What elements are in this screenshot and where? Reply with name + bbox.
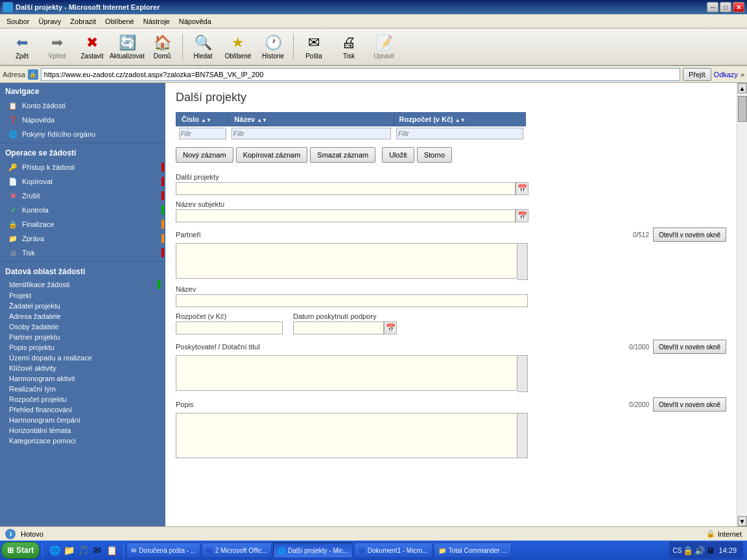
kontrola-icon: ✓: [8, 205, 18, 215]
sidebar-subitem-rozpocet[interactable]: Rozpočet projektu: [0, 394, 165, 404]
quick-mail-icon[interactable]: ✉: [91, 544, 104, 557]
nazev-subjektu-calendar-btn[interactable]: 📅: [516, 209, 528, 222]
menu-napoveda[interactable]: Nápověda: [175, 16, 215, 27]
zprava-icon: 📁: [8, 233, 18, 244]
taskbar-item-commander[interactable]: 📁 Total Commander ...: [434, 542, 512, 558]
partneri-scrollbar[interactable]: [517, 243, 528, 280]
filter-nazev[interactable]: [231, 128, 391, 139]
forward-button[interactable]: ➡ Vpřed: [40, 30, 74, 63]
kontrola-indicator: [161, 205, 164, 215]
quick-misc-icon[interactable]: 📋: [105, 544, 118, 557]
menu-nastroje[interactable]: Nástroje: [139, 16, 174, 27]
search-button[interactable]: 🔍 Hledat: [186, 30, 220, 63]
popis-textarea[interactable]: [176, 413, 517, 458]
popis-scrollbar[interactable]: [517, 413, 528, 458]
sidebar-item-tisk[interactable]: 🖨 Tisk: [0, 246, 165, 260]
delete-record-button[interactable]: Smazat záznam: [310, 147, 375, 163]
save-button[interactable]: Uložit: [382, 147, 414, 163]
minimize-button[interactable]: ─: [707, 2, 718, 12]
menu-zobrazit[interactable]: Zobrazit: [66, 16, 100, 27]
dalsi-projekty-input[interactable]: [176, 182, 516, 195]
popis-open-btn[interactable]: Otevřít v novém okně: [653, 397, 726, 412]
cancel-button[interactable]: Storno: [417, 147, 452, 163]
home-button[interactable]: 🏠 Domů: [145, 30, 179, 63]
datum-calendar-btn[interactable]: 📅: [384, 321, 397, 334]
favorites-button[interactable]: ★ Oblíbené: [221, 30, 255, 63]
sidebar-item-kopirovat[interactable]: 📄 Kopírovat: [0, 174, 165, 189]
go-button[interactable]: Přejít: [683, 68, 711, 81]
address-input[interactable]: [41, 68, 680, 81]
sidebar-subitem-aktivity[interactable]: Klíčové aktivity: [0, 363, 165, 373]
partneri-textarea[interactable]: [176, 243, 517, 279]
close-button[interactable]: ✕: [733, 2, 744, 12]
sort-icons-rozpocet[interactable]: ▲▼: [455, 117, 466, 123]
quick-media-icon[interactable]: 🎵: [77, 544, 89, 557]
sidebar-subitem-uzemi[interactable]: Území dopadu a realizace: [0, 353, 165, 363]
sidebar-subitem-realizacni[interactable]: Realizační tým: [0, 384, 165, 394]
poskytovatel-open-btn[interactable]: Otevřít v novém okně: [653, 340, 726, 354]
filter-rozpocet[interactable]: [396, 128, 523, 139]
sidebar-item-konto[interactable]: 📋 Konto žádostí: [0, 99, 165, 113]
sidebar-item-kontrola[interactable]: ✓ Kontrola: [0, 203, 165, 217]
sidebar-subitem-harmonogram[interactable]: Harmonogram aktivit: [0, 373, 165, 384]
taskbar-item-dalsi[interactable]: 🌐 Další projekty - Mic...: [273, 542, 353, 558]
sidebar-subitem-zadatel[interactable]: Žadatel projektu: [0, 301, 165, 311]
poskytovatel-textarea[interactable]: [176, 355, 517, 391]
sidebar-subitem-kategorizace[interactable]: Kategorizace pomoci: [0, 436, 165, 446]
scroll-thumb[interactable]: [738, 96, 747, 122]
partneri-open-btn[interactable]: Otevřít v novém okně: [653, 228, 726, 242]
menu-oblibene[interactable]: Oblíbené: [101, 16, 138, 27]
sidebar-subitem-partner[interactable]: Partner projektu: [0, 332, 165, 342]
sidebar-subitem-horizontalni[interactable]: Horizontální témata: [0, 425, 165, 436]
sort-icons-cislo[interactable]: ▲▼: [201, 117, 211, 123]
poskytovatel-scrollbar[interactable]: [517, 355, 528, 392]
sidebar-subitem-hcerpani[interactable]: Harmonogram čerpání: [0, 415, 165, 425]
taskbar-right: CS 🔒 🔊 🖥 14:29: [667, 542, 746, 559]
sidebar-item-pokyny[interactable]: 🌐 Pokyny řídícího orgánu: [0, 127, 165, 141]
history-button[interactable]: 🕐 Historie: [256, 30, 290, 63]
sidebar-item-zrusit[interactable]: ✖ Zrušit: [0, 189, 165, 203]
start-button[interactable]: ⊞ Start: [1, 542, 40, 559]
print-button[interactable]: 🖨 Tisk: [332, 30, 366, 63]
quick-ie-icon[interactable]: 🌐: [48, 544, 61, 557]
stop-button[interactable]: ✖ Zastavit: [75, 30, 109, 63]
sort-icons-nazev[interactable]: ▲▼: [257, 117, 267, 123]
sidebar-subitem-identifikace[interactable]: Identifikace žádosti: [0, 279, 165, 290]
refresh-button[interactable]: 🔄 Aktualizovat: [110, 30, 144, 63]
datum-input[interactable]: [293, 321, 384, 334]
taskbar-item-posta[interactable]: ✉ Doručená pošta - ...: [126, 542, 200, 558]
nazev-subjektu-input[interactable]: [176, 209, 516, 222]
new-record-button[interactable]: Nový záznam: [176, 147, 233, 163]
copy-record-button[interactable]: Kopírovat záznam: [236, 147, 308, 163]
taskbar-item-office[interactable]: W 2 Microsoft Offic...: [202, 542, 272, 558]
scroll-up-btn[interactable]: ▲: [738, 83, 747, 93]
zone-label: Internet: [718, 530, 742, 538]
edit-button[interactable]: 📝 Upravit: [367, 30, 401, 63]
address-expand[interactable]: »: [741, 71, 744, 78]
sidebar-item-finalizace[interactable]: 🔒 Finalizace: [0, 217, 165, 231]
taskbar-item-dokument[interactable]: W Dokument1 - Micro...: [354, 542, 432, 558]
sidebar-item-napoveda[interactable]: ❓ Nápověda: [0, 113, 165, 127]
sidebar-item-pristup[interactable]: 🔑 Přístup k žádosti: [0, 160, 165, 174]
filter-cislo[interactable]: [179, 128, 226, 139]
nazev-input[interactable]: [176, 294, 528, 307]
links-label[interactable]: Odkazy: [714, 71, 738, 78]
back-button[interactable]: ⬅ Zpět: [5, 30, 39, 63]
status-text: Hotovo: [21, 530, 43, 538]
sidebar-subitem-prehled[interactable]: Přehled financování: [0, 404, 165, 415]
menu-upravy[interactable]: Úpravy: [34, 16, 65, 27]
rozpocet-input[interactable]: [176, 321, 283, 334]
dalsi-projekty-calendar-btn[interactable]: 📅: [516, 182, 528, 195]
maximize-button[interactable]: □: [720, 2, 731, 12]
sidebar-item-zprava[interactable]: 📁 Zpráva: [0, 231, 165, 246]
mail-button[interactable]: ✉ Pošta: [297, 30, 331, 63]
sidebar-subitem-osoby[interactable]: Osoby žadatele: [0, 321, 165, 332]
quick-folder-icon[interactable]: 📁: [62, 544, 75, 557]
main-scrollbar[interactable]: ▲ ▼: [737, 83, 747, 526]
popis-counter: 0/2000: [629, 401, 649, 408]
menu-soubor[interactable]: Soubor: [3, 16, 33, 27]
scroll-down-btn[interactable]: ▼: [738, 516, 747, 526]
sidebar-subitem-projekt[interactable]: Projekt: [0, 290, 165, 301]
sidebar-subitem-adresa[interactable]: Adresa žadatele: [0, 311, 165, 321]
sidebar-subitem-popis[interactable]: Popis projektu: [0, 342, 165, 353]
